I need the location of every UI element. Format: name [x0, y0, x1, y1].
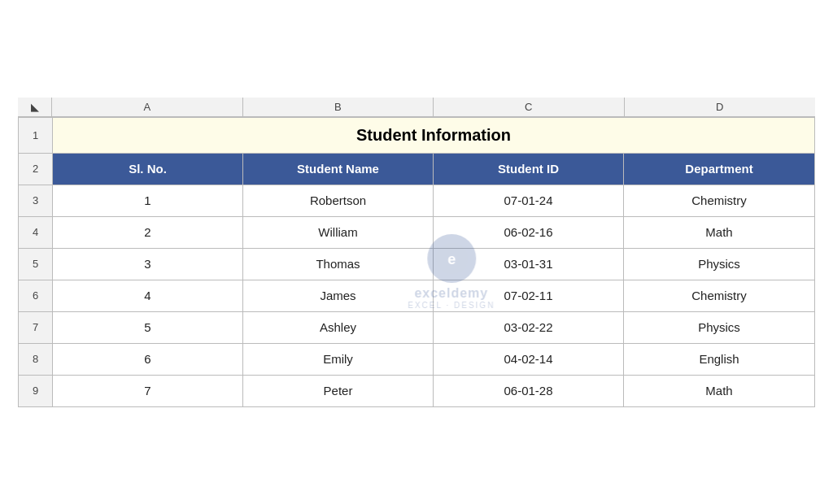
cell-name-3: Robertson — [243, 185, 434, 216]
table-row: 3 1 Robertson 07-01-24 Chemistry — [19, 185, 814, 217]
cell-name-7: Ashley — [243, 312, 434, 343]
cell-sl-6: 4 — [53, 280, 243, 311]
corner-cell: ◣ — [18, 98, 52, 116]
cell-dept-4: Math — [624, 217, 814, 248]
col-header-b: B — [243, 98, 434, 116]
cell-id-7: 03-02-22 — [434, 312, 624, 343]
cell-name-9: Peter — [243, 376, 434, 406]
cell-sl-8: 6 — [53, 344, 243, 375]
col-header-c: C — [434, 98, 625, 116]
spreadsheet-wrapper: ◣ A B C D 1 Student Information 2 Sl. No… — [18, 98, 815, 407]
cell-sl-5: 3 — [53, 249, 243, 280]
table-row: 4 2 William 06-02-16 Math — [19, 217, 814, 249]
cell-dept-9: Math — [624, 376, 814, 406]
row-num-8: 8 — [19, 344, 53, 375]
cell-id-9: 06-01-28 — [434, 376, 624, 406]
header-department: Department — [624, 154, 814, 185]
header-row: 2 Sl. No. Student Name Student ID Depart… — [19, 154, 814, 185]
cell-id-5: 03-01-31 — [434, 249, 624, 280]
table-row: 9 7 Peter 06-01-28 Math — [19, 376, 814, 406]
table-row: 7 5 Ashley 03-02-22 Physics — [19, 312, 814, 344]
cell-name-8: Emily — [243, 344, 434, 375]
row-num-9: 9 — [19, 376, 53, 406]
row-num-3: 3 — [19, 185, 53, 216]
header-student-id: Student ID — [434, 154, 624, 185]
row-num-7: 7 — [19, 312, 53, 343]
cell-sl-4: 2 — [53, 217, 243, 248]
header-student-name: Student Name — [243, 154, 434, 185]
spreadsheet-title: Student Information — [53, 118, 814, 153]
col-header-d: D — [625, 98, 816, 116]
table-row: 8 6 Emily 04-02-14 English — [19, 344, 814, 376]
header-sl-no: Sl. No. — [53, 154, 243, 185]
cell-sl-9: 7 — [53, 376, 243, 406]
cell-dept-8: English — [624, 344, 814, 375]
cell-dept-3: Chemistry — [624, 185, 814, 216]
cell-dept-5: Physics — [624, 249, 814, 280]
cell-name-4: William — [243, 217, 434, 248]
title-row: 1 Student Information — [19, 118, 814, 154]
cell-name-6: James — [243, 280, 434, 311]
table-row: 6 4 James 07-02-11 Chemistry — [19, 280, 814, 312]
row-num-6: 6 — [19, 280, 53, 311]
table-row: 5 3 Thomas 03-01-31 Physics — [19, 249, 814, 280]
cell-sl-7: 5 — [53, 312, 243, 343]
cell-dept-6: Chemistry — [624, 280, 814, 311]
cell-sl-3: 1 — [53, 185, 243, 216]
cell-id-8: 04-02-14 — [434, 344, 624, 375]
cell-id-4: 06-02-16 — [434, 217, 624, 248]
column-headers: ◣ A B C D — [18, 98, 815, 117]
spreadsheet: 1 Student Information 2 Sl. No. Student … — [18, 117, 815, 407]
row-num-1: 1 — [19, 118, 53, 153]
cell-name-5: Thomas — [243, 249, 434, 280]
row-num-2: 2 — [19, 154, 53, 185]
cell-dept-7: Physics — [624, 312, 814, 343]
row-num-5: 5 — [19, 249, 53, 280]
col-header-a: A — [52, 98, 243, 116]
row-num-4: 4 — [19, 217, 53, 248]
cell-id-6: 07-02-11 — [434, 280, 624, 311]
cell-id-3: 07-01-24 — [434, 185, 624, 216]
